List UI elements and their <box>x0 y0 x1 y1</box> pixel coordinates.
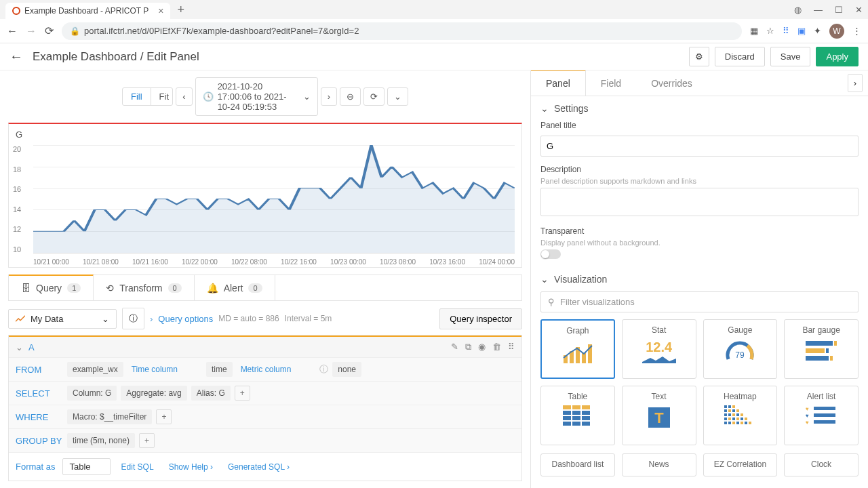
back-icon[interactable]: ← <box>7 25 18 37</box>
svg-rect-46 <box>736 418 739 420</box>
query-inspector-button[interactable]: Query inspector <box>439 308 522 329</box>
datasource-select[interactable]: My Data ⌄ <box>8 309 117 329</box>
back-arrow-icon[interactable]: ← <box>9 49 23 64</box>
svg-text:♥: ♥ <box>806 406 809 412</box>
collapse-pane-button[interactable]: › <box>848 74 863 92</box>
time-prev-button[interactable]: ‹ <box>176 87 192 106</box>
select-alias[interactable]: Alias: G <box>191 386 231 401</box>
select-aggregate[interactable]: Aggregate: avg <box>121 386 186 401</box>
viz-dashboard-list[interactable]: Dashboard list <box>540 453 615 476</box>
window-controls: ◍ — ☐ ✕ <box>794 5 863 15</box>
add-group-button[interactable]: + <box>139 433 155 448</box>
viz-bar-gauge[interactable]: Bar gauge <box>784 319 859 379</box>
table-icon <box>563 405 593 430</box>
star-icon[interactable]: ☆ <box>766 26 774 36</box>
refresh-interval-dropdown[interactable]: ⌄ <box>387 87 408 106</box>
svg-rect-26 <box>724 405 727 408</box>
generated-sql-link[interactable]: Generated SQL › <box>224 460 294 474</box>
viz-clock[interactable]: Clock <box>784 453 859 476</box>
where-macro[interactable]: Macro: $__timeFilter <box>67 409 152 424</box>
viz-alert-list[interactable]: Alert list ♥♥♥ <box>784 386 859 445</box>
translate-icon[interactable]: ⠿ <box>783 26 789 36</box>
fit-option[interactable]: Fit <box>151 88 174 105</box>
viz-stat[interactable]: Stat 12.4 <box>622 319 696 379</box>
filter-icon: ⚲ <box>548 297 555 307</box>
add-where-button[interactable]: + <box>156 409 172 424</box>
viz-table[interactable]: Table <box>540 386 615 445</box>
transparent-hint: Display panel without a background. <box>540 239 859 247</box>
svg-rect-17 <box>582 411 590 415</box>
screen-icon[interactable]: ▣ <box>797 26 806 36</box>
from-table[interactable]: example_wx <box>67 362 123 377</box>
description-hint: Panel description supports markdown and … <box>540 177 859 185</box>
heatmap-icon <box>724 405 755 430</box>
svg-rect-36 <box>724 422 727 424</box>
time-next-button[interactable]: › <box>321 87 337 106</box>
tab-alert[interactable]: 🔔 Alert 0 <box>195 275 275 300</box>
tab-panel[interactable]: Panel <box>531 70 586 96</box>
reload-icon[interactable]: ⟳ <box>45 24 54 37</box>
settings-button[interactable]: ⚙ <box>689 47 709 66</box>
viz-graph[interactable]: Graph <box>540 319 615 379</box>
maximize-icon[interactable]: ☐ <box>835 5 843 15</box>
select-column[interactable]: Column: G <box>67 386 117 401</box>
graph-icon <box>561 339 595 365</box>
info-icon[interactable]: ⓘ <box>319 363 328 375</box>
menu-icon[interactable]: ⋮ <box>852 26 861 36</box>
edit-icon[interactable]: ✎ <box>451 342 458 352</box>
url-input[interactable]: 🔒 portal.ifctrl.net/d/0PiEfXF7k/example-… <box>62 22 742 40</box>
browser-tab[interactable]: Example Dashboard - APRICOT P × <box>5 3 170 19</box>
viz-gauge[interactable]: Gauge 79 <box>703 319 778 379</box>
time-range-picker[interactable]: 🕓 2021-10-20 17:00:06 to 2021-10-24 05:1… <box>195 77 318 116</box>
viz-text[interactable]: Text T <box>622 386 696 445</box>
tab-overrides[interactable]: Overrides <box>636 71 707 96</box>
settings-section[interactable]: ⌄ Settings <box>531 96 868 121</box>
extensions-icon[interactable]: ✦ <box>814 26 821 36</box>
zoom-out-button[interactable]: ⊖ <box>340 87 361 106</box>
qr-icon[interactable]: ▦ <box>750 26 758 36</box>
refresh-button[interactable]: ⟳ <box>363 87 384 106</box>
viz-heatmap[interactable]: Heatmap <box>703 386 778 445</box>
tab-field[interactable]: Field <box>586 71 636 96</box>
metric-column-label: Metric column <box>237 362 296 377</box>
save-button[interactable]: Save <box>770 47 811 66</box>
fill-option[interactable]: Fill <box>123 88 151 105</box>
visualization-section[interactable]: ⌄ Visualization <box>531 267 868 291</box>
profile-avatar[interactable]: W <box>829 24 844 39</box>
close-tab-icon[interactable]: × <box>158 5 163 16</box>
minimize-icon[interactable]: — <box>814 5 823 15</box>
metric-column[interactable]: none <box>332 362 361 377</box>
panel-title-input[interactable] <box>540 136 859 157</box>
chevron-down-icon[interactable]: ⌄ <box>16 342 23 352</box>
tab-query[interactable]: 🗄 Query 1 <box>9 274 94 300</box>
add-select-button[interactable]: + <box>235 386 250 401</box>
group-by-time[interactable]: time (5m, none) <box>67 433 135 448</box>
edit-sql-link[interactable]: Edit SQL <box>117 460 158 474</box>
viz-grid-row3: Dashboard list News EZ Correlation Clock <box>531 453 868 485</box>
description-input[interactable] <box>540 188 859 216</box>
time-column[interactable]: time <box>206 362 233 377</box>
svg-rect-39 <box>745 422 747 424</box>
duplicate-icon[interactable]: ⧉ <box>465 342 471 352</box>
chart-area[interactable]: 201816141210 10/21 00:0010/21 08:0010/21… <box>9 145 521 267</box>
viz-filter-input[interactable]: ⚲ Filter visualizations <box>540 291 859 312</box>
apply-button[interactable]: Apply <box>816 47 859 66</box>
forward-icon[interactable]: → <box>26 25 37 37</box>
transparent-toggle[interactable] <box>540 249 561 259</box>
viz-ez-correlation[interactable]: EZ Correlation <box>703 453 778 476</box>
trash-icon[interactable]: 🗑 <box>492 342 501 352</box>
eye-icon[interactable]: ◉ <box>478 342 486 352</box>
viz-news[interactable]: News <box>622 453 696 476</box>
drag-icon[interactable]: ⠿ <box>508 342 515 352</box>
svg-rect-15 <box>563 411 571 415</box>
ds-info-button[interactable]: ⓘ <box>122 308 144 329</box>
close-window-icon[interactable]: ✕ <box>855 5 863 15</box>
show-help-link[interactable]: Show Help › <box>165 460 217 474</box>
new-tab-button[interactable]: + <box>177 3 184 17</box>
svg-rect-13 <box>572 405 580 409</box>
query-options-link[interactable]: Query options <box>158 314 213 324</box>
discard-button[interactable]: Discard <box>715 47 765 66</box>
tab-transform[interactable]: ⟲ Transform 0 <box>94 275 194 300</box>
extension-icon[interactable]: ◍ <box>794 5 802 15</box>
format-select[interactable]: Table <box>62 458 111 475</box>
